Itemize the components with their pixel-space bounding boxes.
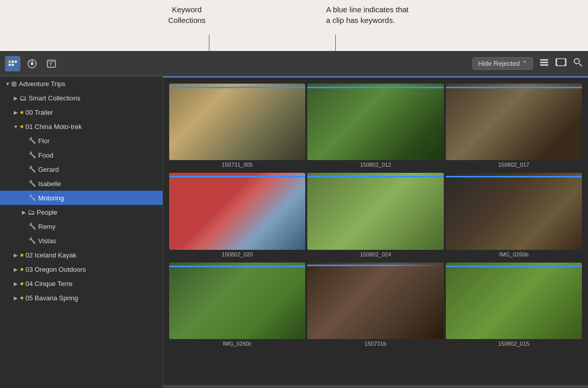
- chevron-right-icon: ▶: [12, 251, 19, 258]
- svg-rect-6: [540, 59, 548, 61]
- clip-item-150802-017[interactable]: 150802_017: [446, 84, 582, 171]
- clip-item-150802-020[interactable]: 150802_020: [169, 173, 305, 260]
- sidebar-item-01-china[interactable]: ▼ ★ 01 China Moto-trek: [0, 119, 163, 134]
- svg-rect-14: [564, 60, 565, 61]
- star-icon: ★: [19, 109, 24, 116]
- music-icon[interactable]: [24, 56, 40, 71]
- resize-handle[interactable]: [163, 385, 588, 388]
- chevron-right-icon: ▶: [12, 294, 19, 301]
- folder-icon: 🗂: [19, 94, 26, 102]
- keyword-icon: 🔧: [29, 223, 36, 230]
- star-icon: ★: [19, 295, 24, 301]
- keyword-blue-line: [307, 87, 443, 88]
- iceland-label: 02 Iceland Kayak: [25, 251, 158, 259]
- sidebar-item-05-bavaria[interactable]: ▶ ★ 05 Bavaria Spring: [0, 291, 163, 305]
- sidebar-item-adventure-trips[interactable]: ▼ ⊞ Adventure Trips: [0, 76, 163, 91]
- clip-grid: 150731_005 150802_012 150802_017: [163, 77, 588, 385]
- titles-icon[interactable]: T: [44, 56, 59, 71]
- sidebar-item-remy[interactable]: 🔧 Remy: [0, 219, 163, 234]
- clip-label: IMG_0260c: [169, 341, 305, 350]
- svg-point-16: [574, 59, 579, 64]
- callout-right: A blue line indicates thata clip has key…: [326, 4, 409, 25]
- clip-item-150731b[interactable]: 150731b: [307, 263, 443, 350]
- chevron-right-icon: ▶: [12, 94, 19, 101]
- clip-item-img0260c[interactable]: IMG_0260c: [169, 263, 305, 350]
- sidebar-item-food[interactable]: 🔧 Food: [0, 148, 163, 162]
- callout-area: KeywordCollections A blue line indicates…: [0, 0, 588, 51]
- chevron-right-icon: ▶: [20, 209, 28, 216]
- cinque-label: 04 Cinque Terre: [25, 280, 158, 288]
- sidebar-item-people[interactable]: ▶ 🗂 People: [0, 205, 163, 219]
- star-icon: ★: [19, 266, 24, 273]
- keyword-icon: 🔧: [29, 137, 36, 144]
- trailer-label: 00 Trailer: [25, 109, 158, 116]
- chevron-down-icon: ▼: [4, 80, 11, 87]
- clip-item-150802-015[interactable]: 150802_015: [446, 263, 582, 350]
- flor-label: Flor: [38, 137, 158, 145]
- hide-rejected-label: Hide Rejected: [478, 60, 520, 67]
- keyword-blue-line: [169, 266, 305, 267]
- people-label: People: [37, 209, 158, 216]
- sidebar-item-02-iceland[interactable]: ▶ ★ 02 Iceland Kayak: [0, 248, 163, 262]
- hide-rejected-button[interactable]: Hide Rejected ⌃: [472, 57, 533, 70]
- app-container: T Hide Rejected ⌃: [0, 51, 588, 388]
- main-content: ▼ ⊞ Adventure Trips ▶ 🗂 Smart Collection…: [0, 76, 588, 388]
- clip-item-150802-012[interactable]: 150802_012: [307, 84, 443, 171]
- sidebar-item-vistas[interactable]: 🔧 Vistas: [0, 234, 163, 248]
- chevron-right-icon: ▶: [12, 266, 19, 273]
- keyword-icon: 🔧: [29, 151, 36, 159]
- clip-item-img0260b[interactable]: IMG_0260b: [446, 173, 582, 260]
- sidebar-item-03-oregon[interactable]: ▶ ★ 03 Oregon Outdoors: [0, 262, 163, 276]
- keyword-blue-line: [307, 265, 443, 266]
- filmstrip-icon[interactable]: [555, 58, 567, 69]
- clip-thumbnail: [307, 84, 443, 160]
- gerard-label: Gerard: [38, 166, 158, 173]
- chevron-down-icon: ▼: [12, 123, 19, 130]
- china-label: 01 China Moto-trek: [25, 123, 158, 131]
- sidebar-item-smart-collections[interactable]: ▶ 🗂 Smart Collections: [0, 91, 163, 105]
- star-icon: ★: [19, 123, 24, 130]
- clip-label: 150802_020: [169, 251, 305, 261]
- sidebar-item-00-trailer[interactable]: ▶ ★ 00 Trailer: [0, 105, 163, 119]
- clip-thumbnail: [169, 263, 305, 339]
- svg-rect-8: [540, 64, 548, 66]
- sidebar-item-flor[interactable]: 🔧 Flor: [0, 134, 163, 148]
- chevron-right-icon: ▶: [12, 280, 19, 287]
- svg-marker-0: [8, 60, 11, 63]
- motoring-label: Motoring: [38, 194, 158, 202]
- libraries-icon[interactable]: [5, 56, 20, 71]
- keyword-blue-line: [446, 87, 582, 88]
- clip-thumbnail: [307, 173, 443, 249]
- keyword-blue-line: [169, 87, 305, 88]
- star-icon: ★: [19, 252, 24, 258]
- clip-thumbnail: [169, 84, 305, 160]
- svg-line-17: [579, 64, 582, 66]
- svg-rect-13: [557, 62, 558, 64]
- keyword-icon: 🔧: [29, 237, 36, 244]
- oregon-label: 03 Oregon Outdoors: [25, 266, 158, 273]
- search-icon[interactable]: [573, 57, 583, 70]
- keyword-icon: 🔧: [29, 194, 36, 201]
- clip-label: 150731_005: [169, 162, 305, 171]
- content-pane: 150731_005 150802_012 150802_017: [163, 76, 588, 388]
- toolbar-right: Hide Rejected ⌃: [168, 57, 583, 70]
- toolbar-left: T: [5, 56, 168, 71]
- sidebar-item-isabelle[interactable]: 🔧 Isabelle: [0, 176, 163, 191]
- sidebar-item-04-cinque[interactable]: ▶ ★ 04 Cinque Terre: [0, 276, 163, 291]
- keyword-blue-line: [446, 176, 582, 177]
- vistas-label: Vistas: [38, 237, 158, 245]
- callout-left: KeywordCollections: [168, 4, 205, 25]
- clip-label: 150802_015: [446, 341, 582, 350]
- clip-thumbnail: [446, 173, 582, 249]
- clip-thumbnail: [446, 84, 582, 160]
- clip-item-150731-005[interactable]: 150731_005: [169, 84, 305, 171]
- clip-thumbnail: [307, 263, 443, 339]
- clip-item-150802-024[interactable]: 150802_024: [307, 173, 443, 260]
- keyword-blue-line: [446, 266, 582, 267]
- sidebar-item-gerard[interactable]: 🔧 Gerard: [0, 162, 163, 176]
- sidebar-item-motoring[interactable]: 🔧 Motoring: [0, 191, 163, 205]
- sidebar: ▼ ⊞ Adventure Trips ▶ 🗂 Smart Collection…: [0, 76, 163, 388]
- list-view-icon[interactable]: [539, 57, 549, 70]
- bavaria-label: 05 Bavaria Spring: [25, 294, 158, 302]
- sidebar-item-label: Adventure Trips: [19, 80, 158, 88]
